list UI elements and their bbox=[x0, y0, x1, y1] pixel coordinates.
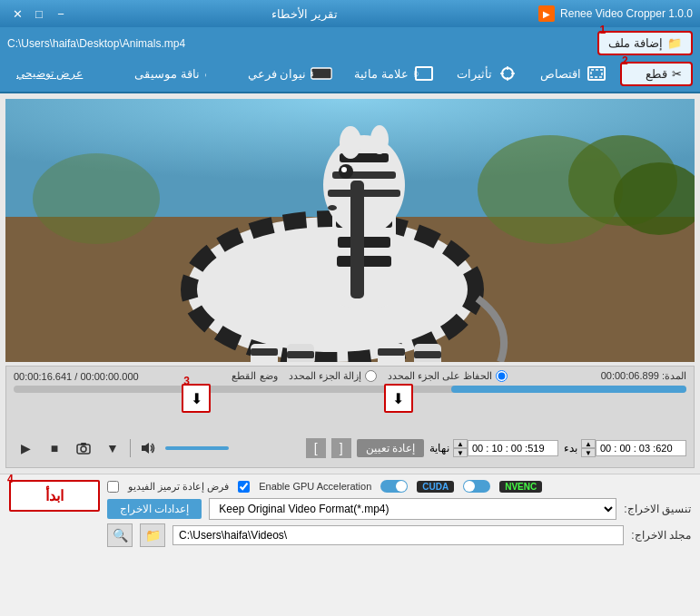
cut-icon: ✂ bbox=[672, 67, 682, 81]
svg-rect-9 bbox=[311, 68, 331, 79]
remove-option[interactable]: إزالة الجزء المحدد bbox=[289, 370, 377, 382]
svg-rect-51 bbox=[81, 443, 86, 445]
snapshot-button[interactable] bbox=[72, 436, 95, 460]
bracket-right-button[interactable]: ] bbox=[331, 438, 351, 458]
add-file-wrapper: 1 📁 إضافة ملف bbox=[597, 31, 693, 55]
remove-label: إزالة الجزء المحدد bbox=[289, 370, 361, 382]
crop-icon bbox=[586, 64, 607, 83]
current-time-display: 00:00:00.000 / 00:00:16.641 bbox=[14, 371, 139, 382]
start-btn-wrapper: 4 ابدأ bbox=[9, 480, 100, 512]
bottom-main: فرض إعادة ترميز الفيديو Enable GPU Accel… bbox=[9, 480, 691, 547]
cuda-badge: CUDA bbox=[417, 481, 454, 493]
music-icon: ♪ bbox=[204, 64, 226, 83]
start-time-input[interactable] bbox=[596, 440, 686, 456]
remove-radio[interactable] bbox=[365, 370, 377, 382]
timeline-top: المدة: 00:00:06.899 الحفاظ على الجزء الم… bbox=[14, 370, 686, 382]
badge-1: 1 bbox=[599, 24, 606, 36]
svg-rect-41 bbox=[287, 351, 314, 358]
title-bar-left: ▶ Renee Video Cropper 1.0.0 bbox=[538, 5, 693, 22]
timeline-bar[interactable] bbox=[14, 386, 686, 393]
dropdown-button[interactable]: ▼ bbox=[101, 436, 124, 460]
subtitle-menu-item[interactable]: SUB نيوان فرعي bbox=[239, 61, 342, 86]
add-file-label: إضافة ملف bbox=[608, 36, 663, 50]
end-time-input[interactable] bbox=[468, 440, 558, 456]
end-time-down[interactable]: ▼ bbox=[453, 448, 468, 457]
svg-rect-1 bbox=[591, 70, 602, 77]
duration-label: المدة: bbox=[662, 370, 686, 381]
gpu-checkbox[interactable] bbox=[238, 481, 250, 493]
minimize-button[interactable]: − bbox=[51, 4, 71, 24]
effects-icon bbox=[497, 64, 518, 83]
svg-text:♪: ♪ bbox=[205, 66, 207, 82]
svg-rect-29 bbox=[350, 181, 364, 298]
keep-label: الحفاظ على الجزء المحدد bbox=[388, 370, 492, 382]
start-label: بدء bbox=[564, 442, 577, 455]
end-handle[interactable]: ⬇ bbox=[384, 384, 413, 413]
keep-option[interactable]: الحفاظ على الجزء المحدد bbox=[388, 370, 508, 382]
video-player bbox=[5, 99, 695, 362]
error-report[interactable]: تقرير الأخطاء bbox=[271, 7, 338, 21]
bottom-right: 4 ابدأ bbox=[9, 480, 100, 512]
current-time: 00:00:00.000 bbox=[80, 371, 138, 382]
play-button[interactable]: ▶ bbox=[14, 436, 37, 460]
end-time-spinner: ▲ ▼ bbox=[453, 439, 468, 457]
bottom-left: فرض إعادة ترميز الفيديو Enable GPU Accel… bbox=[107, 480, 691, 547]
watermark-icon: © bbox=[413, 64, 435, 83]
volume-slider[interactable] bbox=[165, 446, 229, 450]
end-time-group: ▲ ▼ نهاية bbox=[429, 439, 558, 457]
output-format-label: تنسيق الاخراج: bbox=[624, 503, 691, 515]
volume-button[interactable] bbox=[136, 436, 160, 460]
title-bar: ▶ Renee Video Cropper 1.0.0 تقرير الأخطا… bbox=[0, 0, 700, 27]
end-label: نهاية bbox=[429, 442, 449, 455]
add-file-button[interactable]: 📁 إضافة ملف bbox=[597, 31, 693, 55]
gpu-label: Enable GPU Acceleration bbox=[259, 481, 371, 492]
output-settings-button[interactable]: إعدادات الاخراج bbox=[107, 499, 202, 519]
badge-4: 4 bbox=[7, 473, 14, 485]
start-time-up[interactable]: ▲ bbox=[581, 439, 596, 448]
cuda-toggle[interactable] bbox=[380, 480, 408, 493]
effects-menu-item[interactable]: تأثيرات bbox=[448, 61, 527, 86]
video-frame bbox=[5, 99, 695, 362]
badge-3: 3 bbox=[183, 375, 190, 387]
start-time-spinner: ▲ ▼ bbox=[581, 439, 596, 457]
start-handle[interactable]: ⬇ bbox=[182, 384, 211, 413]
crop-menu-item[interactable]: اقتصاص bbox=[531, 61, 616, 86]
maximize-button[interactable]: □ bbox=[29, 4, 49, 24]
bracket-left-button[interactable]: [ bbox=[306, 438, 326, 458]
nvenc-toggle-knob bbox=[464, 481, 475, 492]
start-time-group: ▲ ▼ بدء bbox=[564, 439, 686, 457]
add-file-icon: 📁 bbox=[667, 36, 682, 50]
badge-2: 2 bbox=[622, 54, 628, 67]
browse-folder-button[interactable]: 📁 bbox=[140, 523, 165, 547]
keep-radio[interactable] bbox=[496, 370, 508, 382]
start-time-down[interactable]: ▼ bbox=[581, 448, 596, 457]
search-dir-button[interactable]: 🔍 bbox=[107, 523, 133, 547]
timeline-options: الحفاظ على الجزء المحدد إزالة الجزء المح… bbox=[232, 370, 507, 382]
end-handle-icon: ⬇ bbox=[392, 390, 404, 407]
output-dir-input[interactable] bbox=[173, 525, 624, 545]
reset-button[interactable]: إعادة تعيين bbox=[357, 439, 424, 457]
svg-point-33 bbox=[341, 167, 347, 172]
stop-button[interactable]: ■ bbox=[43, 436, 66, 460]
main-content: المدة: 00:00:06.899 الحفاظ على الجزء الم… bbox=[0, 93, 700, 474]
output-format-select[interactable]: Keep Original Video Format(*.mp4) bbox=[209, 498, 616, 520]
cut-button[interactable]: ✂ قطع bbox=[620, 62, 693, 86]
output-format-row: تنسيق الاخراج: Keep Original Video Forma… bbox=[107, 498, 691, 520]
close-button[interactable]: ✕ bbox=[7, 4, 27, 24]
show-demo-link[interactable]: عرض توضيحي bbox=[16, 67, 83, 80]
svg-rect-42 bbox=[378, 348, 405, 356]
start-button[interactable]: ابدأ bbox=[9, 480, 100, 512]
music-label: ناقة موسيقى bbox=[134, 67, 200, 81]
timeline-area: المدة: 00:00:06.899 الحفاظ على الجزء الم… bbox=[5, 366, 695, 468]
force-recode-checkbox[interactable] bbox=[107, 481, 119, 493]
watermark-menu-item[interactable]: © علامة مائية bbox=[345, 61, 444, 86]
end-time-up[interactable]: ▲ bbox=[453, 439, 468, 448]
subtitle-icon: SUB bbox=[311, 64, 332, 83]
svg-point-31 bbox=[370, 125, 389, 154]
app-icon: ▶ bbox=[538, 5, 555, 22]
svg-point-30 bbox=[340, 126, 361, 159]
app-title: Renee Video Cropper 1.0.0 bbox=[560, 7, 693, 20]
svg-point-34 bbox=[328, 205, 337, 210]
nvenc-toggle[interactable] bbox=[463, 480, 490, 493]
music-menu-item[interactable]: ♪ ناقة موسيقى bbox=[125, 61, 235, 86]
